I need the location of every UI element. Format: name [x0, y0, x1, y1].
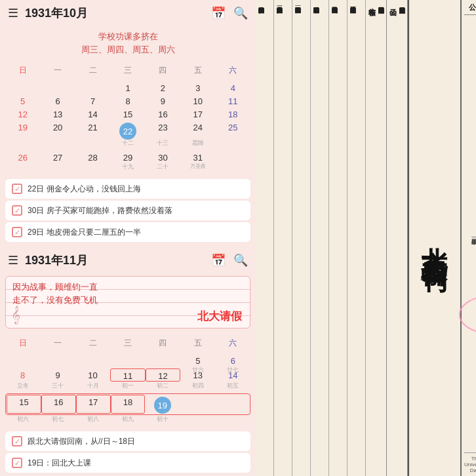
nov-19-circle[interactable]: 19	[154, 397, 171, 414]
november-title: 1931年11月	[25, 252, 211, 268]
october-section: ☰ 1931年10月 📅 🔍 学校功课多挤在 周三、周四、周五、周六 日 一 二…	[0, 0, 256, 242]
october-note: 学校功课多挤在 周三、周四、周五、周六	[0, 26, 256, 58]
day-thu: 四	[146, 64, 180, 77]
november-section: ☰ 1931年11月 📅 🔍 因为战事，顾维钧一直 走不了，没有免费飞机 𝄞 北…	[0, 247, 256, 473]
oct-event-3-text: 29日 地皮佣金只要二厘五的一半	[28, 226, 244, 238]
nov-day-sun: 日	[5, 336, 40, 350]
np-edition-info: 第一七二第 張一版出日今	[464, 18, 476, 450]
oct-22-circle[interactable]: 22	[119, 123, 136, 140]
newspaper-wrapper: 廣學北校通告公函招生簡章課外活動本校佈告學術報告校外演講通知廣告欄 一行之北大生…	[256, 0, 476, 476]
nov-checkbox-2[interactable]	[12, 458, 22, 468]
np-col-4: 本校水泳會通告本學年開辦游泳課望各系同學踴躍報名雲泳池已開放	[311, 0, 329, 476]
oct-event-3: 29日 地皮佣金只要二厘五的一半	[5, 222, 250, 242]
np-right-info: 公告 第一七二第 張一版出日今 TheUniversityDaily	[462, 0, 476, 476]
october-title: 1931年10月	[25, 5, 211, 21]
november-note-text: 因为战事，顾维钧一直 走不了，没有免费飞机	[12, 281, 243, 307]
newspaper-panel: 廣學北校通告公函招生簡章課外活動本校佈告學術報告校外演講通知廣告欄 一行之北大生…	[256, 0, 476, 476]
swirl-decoration: 𝄞	[11, 306, 20, 324]
np-col-2: 一行之北大生抗議廣告費徵收通知大學院令各校按期呈報課程表學生自治會	[274, 0, 292, 476]
nov-week-3: 15 16 17 18 19 初六 初七 初八 初九 初十	[5, 393, 250, 426]
nov-event-2-text: 19日：回北大上课	[28, 457, 244, 469]
np-col-8: 公函 致各院各系主任函請查照本學期課程表並按時上課學生出席情況請隨時報告教務處	[387, 0, 408, 476]
nov-day-mon: 一	[40, 336, 75, 350]
menu-icon[interactable]: ☰	[8, 6, 18, 20]
oct-event-1: 22日 佣金令人心动，没钱回上海	[5, 179, 250, 199]
november-note: 因为战事，顾维钧一直 走不了，没有免费飞机 𝄞 北大请假	[5, 276, 250, 328]
calendar-panel: ☰ 1931年10月 📅 🔍 学校功课多挤在 周三、周四、周五、周六 日 一 二…	[0, 0, 256, 476]
nov-day-headers: 日 一 二 三 四 五 六	[5, 334, 250, 353]
newspaper-body: 廣學北校通告公函招生簡章課外活動本校佈告學術報告校外演講通知廣告欄 一行之北大生…	[256, 0, 476, 476]
newspaper-title: 北京大學日刊	[409, 0, 462, 476]
nov-week-2: 8 9 10 11 12 13 14 立冬 三十 十月 初一 初二 初四 初五	[5, 368, 250, 392]
nov-calendar-icon[interactable]: 📅	[211, 253, 226, 268]
oct-checkbox-1[interactable]	[12, 184, 22, 194]
oct-checkbox-3[interactable]	[12, 227, 22, 237]
oct-event-2: 30日 房子买家可能跑掉，路费依然没着落	[5, 201, 250, 220]
november-grid: 日 一 二 三 四 五 六 5 6 廿六	[0, 331, 256, 429]
oct-week-1: 1 2 3 4	[5, 81, 250, 93]
np-english-section: TheUniversityDaily	[464, 452, 476, 473]
day-sun: 日	[5, 64, 40, 77]
np-english-label: TheUniversityDaily	[464, 456, 476, 473]
october-search-icon[interactable]: 🔍	[233, 6, 248, 20]
np-announce-title: 公函	[388, 3, 398, 471]
nov-menu-icon[interactable]: ☰	[8, 253, 18, 268]
oct-event-1-text: 22日 佣金令人心动，没钱回上海	[28, 183, 244, 195]
day-headers: 日 一 二 三 四 五 六	[5, 61, 250, 80]
nov-day-fri: 五	[180, 336, 215, 350]
nov-day-thu: 四	[146, 336, 180, 350]
np-print: 張一版出日今	[470, 18, 476, 450]
oct-week-4: 19 20 21 22 23 24 25 十二 十三 霜降	[5, 121, 250, 149]
np-main-columns: 廣學北校通告公函招生簡章課外活動本校佈告學術報告校外演講通知廣告欄 一行之北大生…	[256, 0, 409, 476]
np-col-5: 北大图书馆新到图书目录经史子集各部均有购置欢迎同学前来借阅	[329, 0, 347, 476]
day-wed: 三	[110, 64, 145, 77]
nov-event-1: 跟北大请假回南，从//日～18日	[5, 431, 250, 451]
day-mon: 一	[40, 64, 75, 77]
day-tue: 二	[75, 64, 110, 77]
november-header-icons: 📅 🔍	[211, 253, 248, 268]
nov-checkbox-1[interactable]	[12, 436, 22, 446]
np-col-7: 本校布告 北京大學啟事茲定本月十五日開始第二學期課程請各同學屆時到校上課不得無故…	[366, 0, 387, 476]
np-right-title-zh: 公告	[464, 3, 476, 15]
november-header: ☰ 1931年11月 📅 🔍	[0, 247, 256, 273]
october-header: ☰ 1931年10月 📅 🔍	[0, 0, 256, 26]
np-col-1: 廣學北校通告公函招生簡章課外活動本校佈告學術報告校外演講通知廣告欄	[256, 0, 274, 476]
oct-week-3: 12 13 14 15 16 17 18	[5, 108, 250, 119]
day-fri: 五	[180, 64, 215, 77]
np-col-3: 七一七北大在滬師生舉行追悼國難殉道者大會電文致北大同學書通電全國	[292, 0, 311, 476]
nov-day-tue: 二	[75, 336, 110, 350]
october-header-icons: 📅 🔍	[211, 6, 248, 20]
october-grid: 日 一 二 三 四 五 六 1 2 3 4	[0, 58, 256, 177]
oct-checkbox-2[interactable]	[12, 205, 22, 216]
nov-search-icon[interactable]: 🔍	[233, 253, 248, 268]
november-note-emphasis: 北大请假	[197, 309, 242, 324]
np-col-6: 本校已開始招收研究生文理法各院均設研究所有志深造者可向教務處報名	[347, 0, 366, 476]
nov-event-2: 19日：回北大上课	[5, 453, 250, 473]
nov-day-wed: 三	[110, 336, 145, 350]
nov-event-1-text: 跟北大请假回南，从//日～18日	[28, 435, 244, 447]
oct-week-2: 5 6 7 8 9 10 11	[5, 94, 250, 106]
oct-event-2-text: 30日 房子买家可能跑掉，路费依然没着落	[28, 205, 244, 216]
nov-day-sat: 六	[216, 336, 250, 350]
day-sat: 六	[216, 64, 250, 77]
oct-week-5: 26 27 28 29 30 31 十九 二十 万圣夜	[5, 151, 250, 173]
np-layout-title: 本校布告	[367, 3, 377, 471]
october-calendar-icon[interactable]: 📅	[211, 6, 226, 20]
